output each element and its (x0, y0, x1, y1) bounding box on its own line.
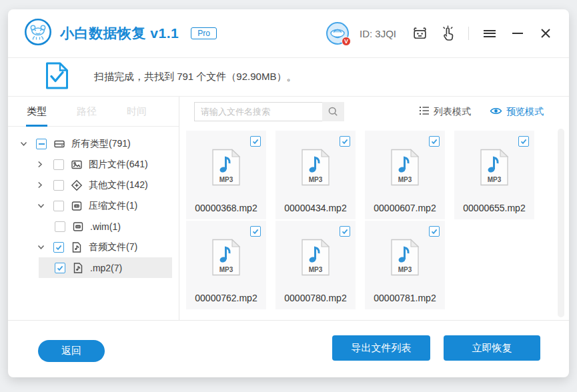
tab-type[interactable]: 类型 (27, 97, 47, 126)
user-id: ID: 3JQI (360, 28, 396, 39)
sidebar-tabs: 类型 路径 时间 (8, 97, 179, 127)
preview-mode-toggle[interactable]: 预览模式 (490, 106, 544, 118)
checkbox-icon[interactable] (55, 221, 65, 232)
tree-item[interactable]: 其他文件(142) (8, 175, 172, 195)
tree-item-label: 其他文件(142) (89, 179, 148, 191)
file-tile[interactable]: MP300000655.mp2 (454, 131, 534, 219)
svg-text:MP3: MP3 (309, 266, 323, 273)
tree-item[interactable]: 压缩文件(1) (8, 195, 172, 216)
checkbox-icon[interactable] (53, 159, 64, 170)
main-area: 类型 路径 时间 所有类型(791)图片文件(641)其他文件(142)压缩文件… (8, 97, 569, 320)
zip-icon (72, 221, 84, 233)
touch-icon[interactable] (439, 25, 456, 42)
tree-item-label: .mp2(7) (90, 263, 122, 273)
file-grid: MP300000368.mp2MP300000434.mp2MP30000060… (186, 131, 546, 309)
svg-text:MP3: MP3 (219, 266, 233, 273)
chevron-down-icon[interactable] (37, 245, 53, 250)
file-tile[interactable]: MP300000781.mp2 (365, 221, 445, 309)
checkbox-icon[interactable] (429, 136, 440, 147)
checkbox-icon[interactable] (250, 226, 261, 237)
menu-icon[interactable] (481, 25, 498, 42)
export-file-list-button[interactable]: 导出文件列表 (332, 335, 430, 361)
search-input[interactable] (194, 102, 322, 121)
audio-icon (71, 241, 83, 253)
file-tile[interactable]: MP300000434.mp2 (275, 131, 356, 219)
chevron-right-icon[interactable] (37, 181, 53, 189)
checkbox-icon[interactable] (340, 226, 350, 237)
eye-icon (490, 107, 502, 117)
desktop-background: 小白数据恢复 v1.1 Pro V ID: 3JQI (0, 0, 577, 392)
scan-status-message: 扫描完成，共找到 791 个文件（92.90MB）。 (94, 71, 296, 83)
tree-item-label: 音频文件(7) (89, 241, 137, 253)
search-button[interactable] (322, 102, 344, 121)
svg-text:MP3: MP3 (398, 176, 412, 183)
pro-badge: Pro (191, 27, 217, 39)
preview-mode-label: 预览模式 (506, 106, 544, 118)
checkbox-icon[interactable] (250, 136, 261, 147)
tree-item[interactable]: 所有类型(791) (8, 133, 172, 154)
file-tile[interactable]: MP300000607.mp2 (365, 131, 445, 219)
file-name: 00000762.mp2 (186, 293, 266, 303)
chevron-right-icon[interactable] (37, 161, 53, 168)
scrollbar[interactable] (558, 129, 564, 317)
close-icon[interactable] (537, 25, 554, 42)
checkbox-icon[interactable] (53, 242, 64, 253)
image-icon (71, 159, 83, 171)
titlebar: 小白数据恢复 v1.1 Pro V ID: 3JQI (8, 9, 569, 57)
vip-badge: V (342, 37, 351, 46)
file-name: 00000368.mp2 (186, 203, 266, 213)
file-name: 00000781.mp2 (365, 293, 445, 303)
robot-icon[interactable] (411, 25, 428, 42)
checkbox-icon[interactable] (53, 180, 64, 191)
file-type-tree: 所有类型(791)图片文件(641)其他文件(142)压缩文件(1).wim(1… (8, 127, 179, 278)
tab-path[interactable]: 路径 (77, 97, 97, 126)
titlebar-divider (468, 27, 469, 40)
footer: 返回 导出文件列表 立即恢复 (8, 320, 569, 377)
avatar[interactable]: V (326, 22, 349, 45)
app-title: 小白数据恢复 v1.1 (60, 24, 179, 43)
file-tile[interactable]: MP300000762.mp2 (186, 221, 266, 309)
file-name: 00000655.mp2 (454, 203, 534, 213)
drive-icon (53, 138, 65, 150)
chevron-down-icon[interactable] (20, 141, 36, 147)
brand: 小白数据恢复 v1.1 Pro (24, 18, 217, 49)
app-window: 小白数据恢复 v1.1 Pro V ID: 3JQI (8, 9, 569, 377)
list-mode-toggle[interactable]: 列表模式 (419, 106, 471, 118)
tree-item[interactable]: .mp2(7) (39, 257, 172, 278)
tab-time[interactable]: 时间 (127, 97, 147, 126)
list-mode-label: 列表模式 (434, 106, 471, 118)
tree-item-label: 压缩文件(1) (89, 200, 137, 212)
svg-text:MP3: MP3 (219, 176, 233, 183)
sidebar: 类型 路径 时间 所有类型(791)图片文件(641)其他文件(142)压缩文件… (8, 97, 179, 320)
file-name: 00000434.mp2 (275, 203, 356, 213)
chevron-down-icon[interactable] (37, 203, 53, 209)
file-name: 00000780.mp2 (275, 293, 356, 303)
tree-item[interactable]: .wim(1) (39, 216, 172, 237)
svg-text:MP3: MP3 (309, 176, 323, 183)
checkbox-icon[interactable] (36, 139, 47, 149)
checkbox-icon[interactable] (55, 263, 65, 273)
statusbar: 扫描完成，共找到 791 个文件（92.90MB）。 (8, 57, 569, 97)
recover-now-button[interactable]: 立即恢复 (444, 335, 540, 361)
checkbox-icon[interactable] (340, 136, 350, 147)
list-mode-icon (419, 106, 430, 117)
file-tile[interactable]: MP300000780.mp2 (275, 221, 356, 309)
tree-item-label: .wim(1) (90, 221, 121, 232)
tree-item[interactable]: 图片文件(641) (8, 154, 172, 175)
minimize-icon[interactable] (509, 25, 526, 42)
checkbox-icon[interactable] (518, 136, 529, 147)
tree-item-label: 所有类型(791) (71, 138, 131, 150)
checkbox-icon[interactable] (429, 226, 440, 237)
file-name: 00000607.mp2 (365, 203, 445, 213)
titlebar-actions: V ID: 3JQI (326, 22, 554, 45)
scan-complete-doc-icon (45, 62, 69, 92)
back-button[interactable]: 返回 (38, 340, 105, 362)
file-tile[interactable]: MP300000368.mp2 (186, 131, 266, 219)
svg-text:MP3: MP3 (488, 176, 502, 183)
checkbox-icon[interactable] (53, 201, 64, 211)
content-toolbar: 列表模式 预览模式 (186, 97, 569, 127)
tree-item[interactable]: 音频文件(7) (8, 237, 172, 257)
view-modes: 列表模式 预览模式 (419, 106, 569, 118)
svg-text:MP3: MP3 (398, 266, 412, 273)
audio-icon (72, 262, 84, 274)
